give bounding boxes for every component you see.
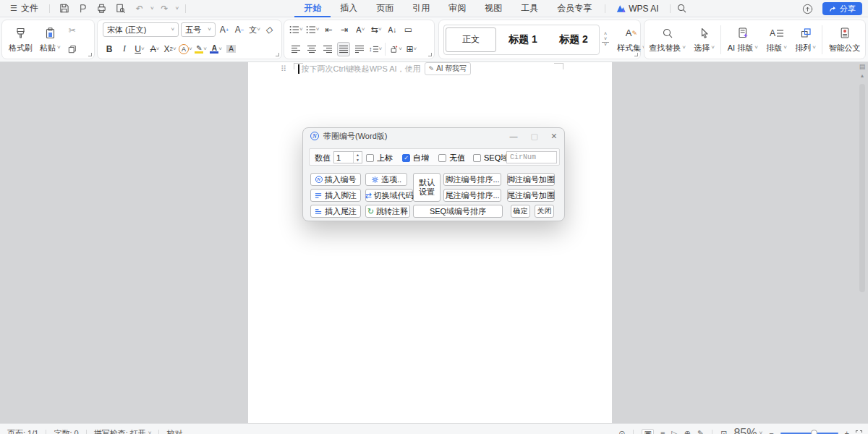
bold-button[interactable]: B: [103, 42, 116, 56]
undo-dropdown[interactable]: ˅: [150, 6, 154, 12]
scroll-up-arrow[interactable]: ▲: [860, 72, 865, 80]
file-menu-button[interactable]: ☰ 文件: [6, 2, 43, 14]
checkbox-superscript[interactable]: ✓ 上标: [366, 153, 393, 163]
fit-page-button[interactable]: ⊡: [720, 430, 727, 434]
tab-review[interactable]: 审阅: [439, 0, 475, 17]
ai-layout-button[interactable]: AI 排版˅: [724, 20, 762, 59]
justify-button[interactable]: [337, 42, 350, 56]
ok-button[interactable]: 确定: [511, 205, 530, 218]
options-button[interactable]: 选项..: [365, 173, 407, 186]
vertical-scrollbar[interactable]: ▤ ▲: [857, 63, 867, 292]
select-button[interactable]: 选择˅: [690, 20, 718, 59]
page-view-button[interactable]: ▣: [642, 429, 653, 434]
style-heading1[interactable]: 标题 1: [498, 33, 548, 46]
save-button[interactable]: [56, 1, 72, 16]
smart-doc-button[interactable]: 智能公文: [825, 20, 864, 59]
align-right-button[interactable]: [321, 42, 334, 56]
shading-button[interactable]: ˅: [388, 42, 402, 56]
paste-button[interactable]: 粘贴˅: [36, 20, 64, 59]
tab-home[interactable]: 开始: [294, 0, 331, 17]
styles-more-button[interactable]: ˅: [602, 42, 609, 47]
format-painter-button[interactable]: 格式刷: [5, 20, 36, 59]
checkbox-box[interactable]: ✓: [438, 154, 446, 162]
char-scale-button[interactable]: A˅: [354, 22, 367, 37]
shrink-font-button[interactable]: A−: [233, 22, 246, 37]
share-button[interactable]: 分享: [822, 2, 862, 15]
insert-footnote-button[interactable]: 插入脚注: [310, 189, 361, 202]
italic-button[interactable]: I: [118, 42, 131, 56]
underline-button[interactable]: U˅: [133, 42, 146, 56]
superscript-button[interactable]: X2˅: [163, 42, 176, 56]
strikethrough-button[interactable]: A˅: [148, 42, 161, 56]
align-center-button[interactable]: [305, 42, 318, 56]
distribute-button[interactable]: [353, 42, 366, 56]
status-word-count[interactable]: 字数: 0: [54, 428, 78, 434]
value-spinner[interactable]: ▲ ▼: [333, 151, 362, 163]
scrollbar-thumb[interactable]: [859, 84, 865, 292]
footnote-circle-button[interactable]: 脚注编号加圈: [507, 173, 555, 186]
tab-wps-ai[interactable]: WPS AI: [609, 4, 665, 14]
cloud-upload-button[interactable]: [799, 1, 815, 16]
export-pdf-button[interactable]: [75, 1, 91, 16]
decrease-indent-button[interactable]: ⇤: [322, 22, 335, 37]
tab-member[interactable]: 会员专享: [548, 0, 601, 17]
read-view-button[interactable]: ▷: [671, 430, 677, 434]
undo-button[interactable]: ↶: [132, 1, 148, 16]
redo-button[interactable]: ↷: [157, 1, 173, 16]
document-page[interactable]: [248, 62, 612, 423]
cjk-layout-button[interactable]: ⇆˅: [370, 22, 383, 37]
font-color-button[interactable]: A˅: [210, 42, 223, 56]
dialog-minimize-button[interactable]: —: [509, 131, 517, 141]
annotate-pen-button[interactable]: ✎: [697, 430, 704, 434]
borders-button[interactable]: ⊞˅: [405, 42, 418, 56]
checkbox-box[interactable]: ✓: [366, 154, 374, 162]
endnote-sort-button[interactable]: 尾注编号排序...: [443, 189, 501, 202]
ai-write-button[interactable]: ✎ AI 帮我写: [425, 62, 472, 75]
highlight-button[interactable]: ✎˅: [195, 42, 208, 56]
footnote-sort-button[interactable]: 脚注编号排序...: [443, 173, 501, 186]
status-mode-icon[interactable]: ⊙: [618, 430, 625, 434]
enclosed-char-button[interactable]: A˅: [179, 42, 192, 56]
increase-indent-button[interactable]: ⇥: [338, 22, 351, 37]
copy-button[interactable]: [66, 42, 79, 56]
status-proofing[interactable]: 校对: [166, 428, 182, 434]
web-view-button[interactable]: ⊕: [684, 430, 691, 434]
sort-button[interactable]: A↓: [386, 22, 399, 37]
quickbar-more-dropdown[interactable]: ˅: [176, 6, 179, 12]
spin-up-button[interactable]: ▲: [354, 152, 362, 158]
insert-number-button[interactable]: N 插入编号: [310, 173, 361, 186]
checkbox-seq-field[interactable]: ✓ SEQ域: [473, 153, 509, 163]
numbered-list-button[interactable]: ˅: [306, 22, 320, 37]
value-input[interactable]: [334, 152, 353, 163]
print-button[interactable]: [94, 1, 110, 16]
paragraph-layout-button[interactable]: ▭: [401, 22, 414, 37]
default-settings-button[interactable]: 默认 设置: [413, 173, 441, 202]
print-preview-button[interactable]: [113, 1, 129, 16]
tab-page[interactable]: 页面: [367, 0, 403, 17]
char-shading-button[interactable]: A: [225, 42, 238, 56]
group-expand-icon[interactable]: [88, 53, 92, 56]
status-spellcheck[interactable]: 拼写检查: 打开 ˅: [94, 428, 152, 434]
font-size-select[interactable]: 五号 ˅: [181, 22, 216, 37]
zoom-slider-knob[interactable]: [811, 430, 817, 434]
endnote-circle-button[interactable]: 尾注编号加圈: [507, 189, 555, 202]
style-normal[interactable]: 正文: [446, 27, 496, 52]
dialog-close-icon[interactable]: ×: [551, 131, 557, 141]
fullscreen-button[interactable]: [856, 430, 862, 434]
styles-scroll-down[interactable]: ˅: [602, 37, 609, 41]
grow-font-button[interactable]: A+: [218, 22, 231, 37]
outline-view-button[interactable]: ≡: [660, 430, 665, 434]
group-expand-icon[interactable]: [428, 53, 432, 56]
align-left-button[interactable]: [289, 42, 302, 56]
tab-reference[interactable]: 引用: [403, 0, 439, 17]
checkbox-autoincrement[interactable]: ✓ 自增: [402, 153, 429, 163]
zoom-level[interactable]: 85% ˅: [733, 427, 762, 434]
tab-view[interactable]: 视图: [475, 0, 511, 17]
bullet-list-button[interactable]: ˅: [289, 22, 303, 37]
group-expand-icon[interactable]: [634, 53, 638, 56]
find-replace-button[interactable]: 查找替换˅: [645, 20, 689, 59]
toggle-field-code-button[interactable]: ⇄ 切换域代码: [365, 189, 413, 202]
paragraph-drag-handle[interactable]: ⠿: [281, 64, 286, 74]
style-heading2[interactable]: 标题 2: [548, 33, 599, 46]
close-button[interactable]: 关闭: [535, 205, 554, 218]
